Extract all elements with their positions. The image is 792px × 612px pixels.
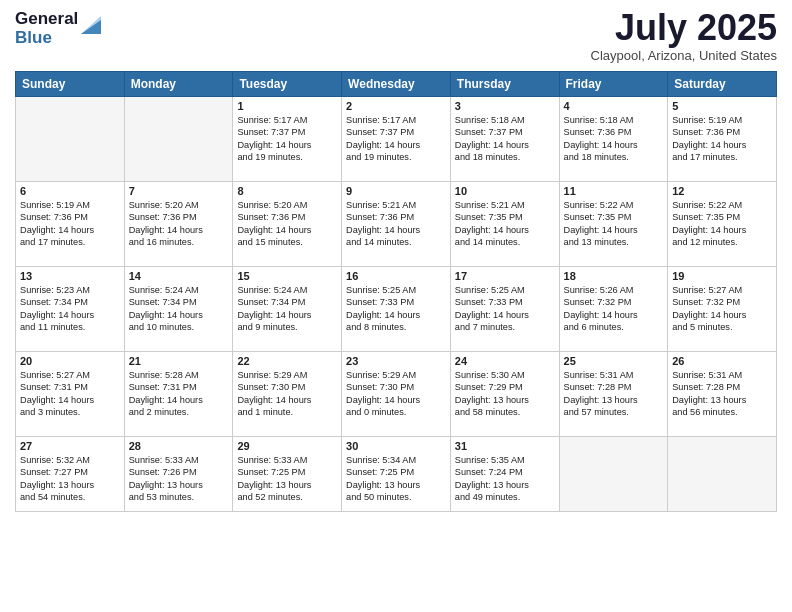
week-row-5: 27Sunrise: 5:32 AM Sunset: 7:27 PM Dayli… [16,437,777,512]
calendar-cell: 27Sunrise: 5:32 AM Sunset: 7:27 PM Dayli… [16,437,125,512]
calendar-cell: 14Sunrise: 5:24 AM Sunset: 7:34 PM Dayli… [124,267,233,352]
week-row-2: 6Sunrise: 5:19 AM Sunset: 7:36 PM Daylig… [16,182,777,267]
calendar-cell: 6Sunrise: 5:19 AM Sunset: 7:36 PM Daylig… [16,182,125,267]
cell-content: Sunrise: 5:18 AM Sunset: 7:37 PM Dayligh… [455,114,555,164]
day-number: 19 [672,270,772,282]
cell-content: Sunrise: 5:18 AM Sunset: 7:36 PM Dayligh… [564,114,664,164]
day-number: 29 [237,440,337,452]
calendar-cell [16,97,125,182]
cell-content: Sunrise: 5:21 AM Sunset: 7:35 PM Dayligh… [455,199,555,249]
day-number: 17 [455,270,555,282]
cell-content: Sunrise: 5:30 AM Sunset: 7:29 PM Dayligh… [455,369,555,419]
cell-content: Sunrise: 5:24 AM Sunset: 7:34 PM Dayligh… [237,284,337,334]
logo: General Blue [15,10,101,47]
cell-content: Sunrise: 5:25 AM Sunset: 7:33 PM Dayligh… [346,284,446,334]
calendar-cell: 31Sunrise: 5:35 AM Sunset: 7:24 PM Dayli… [450,437,559,512]
cell-content: Sunrise: 5:33 AM Sunset: 7:26 PM Dayligh… [129,454,229,504]
calendar-cell: 5Sunrise: 5:19 AM Sunset: 7:36 PM Daylig… [668,97,777,182]
calendar-cell: 25Sunrise: 5:31 AM Sunset: 7:28 PM Dayli… [559,352,668,437]
day-number: 2 [346,100,446,112]
cell-content: Sunrise: 5:17 AM Sunset: 7:37 PM Dayligh… [346,114,446,164]
title-area: July 2025 Claypool, Arizona, United Stat… [591,10,777,63]
calendar-table: SundayMondayTuesdayWednesdayThursdayFrid… [15,71,777,512]
calendar-cell: 11Sunrise: 5:22 AM Sunset: 7:35 PM Dayli… [559,182,668,267]
day-number: 6 [20,185,120,197]
column-header-tuesday: Tuesday [233,72,342,97]
cell-content: Sunrise: 5:20 AM Sunset: 7:36 PM Dayligh… [237,199,337,249]
day-number: 5 [672,100,772,112]
day-number: 14 [129,270,229,282]
cell-content: Sunrise: 5:19 AM Sunset: 7:36 PM Dayligh… [20,199,120,249]
cell-content: Sunrise: 5:25 AM Sunset: 7:33 PM Dayligh… [455,284,555,334]
calendar-cell [668,437,777,512]
calendar-cell: 8Sunrise: 5:20 AM Sunset: 7:36 PM Daylig… [233,182,342,267]
logo-icon [81,12,101,34]
calendar-cell: 10Sunrise: 5:21 AM Sunset: 7:35 PM Dayli… [450,182,559,267]
calendar-cell: 29Sunrise: 5:33 AM Sunset: 7:25 PM Dayli… [233,437,342,512]
cell-content: Sunrise: 5:23 AM Sunset: 7:34 PM Dayligh… [20,284,120,334]
day-number: 4 [564,100,664,112]
calendar-cell: 9Sunrise: 5:21 AM Sunset: 7:36 PM Daylig… [342,182,451,267]
calendar-cell: 23Sunrise: 5:29 AM Sunset: 7:30 PM Dayli… [342,352,451,437]
calendar-cell: 4Sunrise: 5:18 AM Sunset: 7:36 PM Daylig… [559,97,668,182]
calendar-cell: 17Sunrise: 5:25 AM Sunset: 7:33 PM Dayli… [450,267,559,352]
day-number: 13 [20,270,120,282]
calendar-cell [559,437,668,512]
day-number: 9 [346,185,446,197]
day-number: 21 [129,355,229,367]
cell-content: Sunrise: 5:28 AM Sunset: 7:31 PM Dayligh… [129,369,229,419]
calendar-cell: 15Sunrise: 5:24 AM Sunset: 7:34 PM Dayli… [233,267,342,352]
cell-content: Sunrise: 5:21 AM Sunset: 7:36 PM Dayligh… [346,199,446,249]
cell-content: Sunrise: 5:27 AM Sunset: 7:32 PM Dayligh… [672,284,772,334]
day-number: 10 [455,185,555,197]
calendar-cell [124,97,233,182]
cell-content: Sunrise: 5:29 AM Sunset: 7:30 PM Dayligh… [237,369,337,419]
calendar-cell: 21Sunrise: 5:28 AM Sunset: 7:31 PM Dayli… [124,352,233,437]
month-title: July 2025 [591,10,777,46]
calendar-cell: 24Sunrise: 5:30 AM Sunset: 7:29 PM Dayli… [450,352,559,437]
column-header-saturday: Saturday [668,72,777,97]
day-number: 18 [564,270,664,282]
calendar-body: 1Sunrise: 5:17 AM Sunset: 7:37 PM Daylig… [16,97,777,512]
cell-content: Sunrise: 5:33 AM Sunset: 7:25 PM Dayligh… [237,454,337,504]
column-header-friday: Friday [559,72,668,97]
day-number: 30 [346,440,446,452]
page: General Blue July 2025 Claypool, Arizona… [0,0,792,612]
day-number: 3 [455,100,555,112]
cell-content: Sunrise: 5:22 AM Sunset: 7:35 PM Dayligh… [564,199,664,249]
day-number: 1 [237,100,337,112]
header-row: SundayMondayTuesdayWednesdayThursdayFrid… [16,72,777,97]
day-number: 8 [237,185,337,197]
logo-text: General Blue [15,10,78,47]
day-number: 28 [129,440,229,452]
calendar-cell: 19Sunrise: 5:27 AM Sunset: 7:32 PM Dayli… [668,267,777,352]
calendar-cell: 12Sunrise: 5:22 AM Sunset: 7:35 PM Dayli… [668,182,777,267]
calendar-cell: 20Sunrise: 5:27 AM Sunset: 7:31 PM Dayli… [16,352,125,437]
calendar-cell: 16Sunrise: 5:25 AM Sunset: 7:33 PM Dayli… [342,267,451,352]
calendar-cell: 13Sunrise: 5:23 AM Sunset: 7:34 PM Dayli… [16,267,125,352]
cell-content: Sunrise: 5:19 AM Sunset: 7:36 PM Dayligh… [672,114,772,164]
cell-content: Sunrise: 5:17 AM Sunset: 7:37 PM Dayligh… [237,114,337,164]
day-number: 24 [455,355,555,367]
calendar-cell: 2Sunrise: 5:17 AM Sunset: 7:37 PM Daylig… [342,97,451,182]
column-header-sunday: Sunday [16,72,125,97]
day-number: 16 [346,270,446,282]
calendar-cell: 7Sunrise: 5:20 AM Sunset: 7:36 PM Daylig… [124,182,233,267]
location: Claypool, Arizona, United States [591,48,777,63]
week-row-1: 1Sunrise: 5:17 AM Sunset: 7:37 PM Daylig… [16,97,777,182]
cell-content: Sunrise: 5:27 AM Sunset: 7:31 PM Dayligh… [20,369,120,419]
day-number: 20 [20,355,120,367]
cell-content: Sunrise: 5:20 AM Sunset: 7:36 PM Dayligh… [129,199,229,249]
day-number: 12 [672,185,772,197]
calendar-cell: 26Sunrise: 5:31 AM Sunset: 7:28 PM Dayli… [668,352,777,437]
logo-blue: Blue [15,29,78,48]
header: General Blue July 2025 Claypool, Arizona… [15,10,777,63]
day-number: 23 [346,355,446,367]
cell-content: Sunrise: 5:22 AM Sunset: 7:35 PM Dayligh… [672,199,772,249]
cell-content: Sunrise: 5:32 AM Sunset: 7:27 PM Dayligh… [20,454,120,504]
cell-content: Sunrise: 5:31 AM Sunset: 7:28 PM Dayligh… [672,369,772,419]
calendar-cell: 1Sunrise: 5:17 AM Sunset: 7:37 PM Daylig… [233,97,342,182]
column-header-wednesday: Wednesday [342,72,451,97]
day-number: 26 [672,355,772,367]
cell-content: Sunrise: 5:29 AM Sunset: 7:30 PM Dayligh… [346,369,446,419]
